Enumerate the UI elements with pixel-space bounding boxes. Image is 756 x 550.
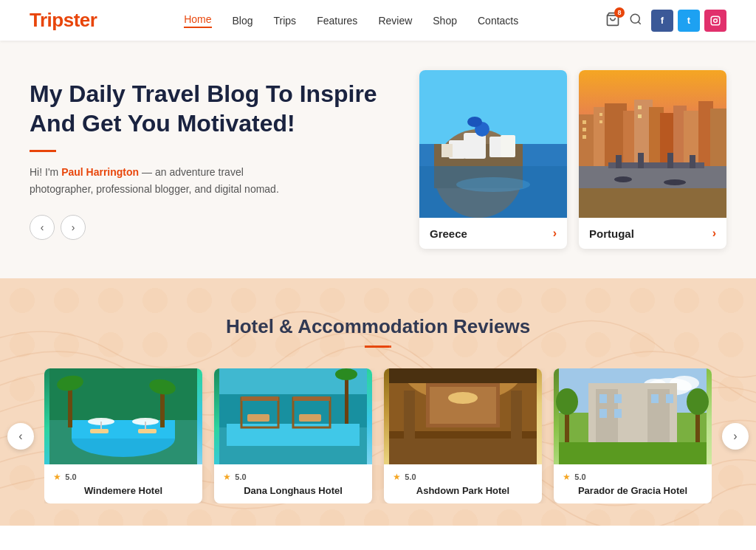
- reviews-next-button[interactable]: ›: [722, 423, 749, 450]
- svg-rect-14: [501, 135, 515, 157]
- svg-rect-42: [667, 153, 673, 168]
- svg-point-99: [556, 388, 578, 415]
- svg-point-17: [456, 177, 530, 192]
- twitter-button[interactable]: t: [678, 10, 700, 32]
- hotel-stars-3: ★ 5.0: [393, 472, 533, 482]
- hotel-image-3: [384, 368, 542, 464]
- svg-rect-96: [651, 394, 659, 403]
- svg-rect-97: [666, 394, 673, 403]
- nav-contacts[interactable]: Contacts: [478, 15, 518, 27]
- portugal-arrow: ›: [712, 227, 716, 240]
- svg-rect-13: [441, 144, 453, 157]
- hero-divider: [30, 150, 56, 152]
- svg-rect-33: [583, 128, 586, 131]
- nav-review[interactable]: Review: [378, 15, 412, 27]
- svg-rect-20: [579, 166, 726, 188]
- social-links: f t: [651, 10, 726, 32]
- hotel-image-1: [44, 368, 202, 464]
- hero-author: Paul Harrington: [61, 166, 139, 178]
- greece-arrow: ›: [553, 227, 557, 240]
- reviews-divider: [365, 346, 391, 348]
- svg-rect-92: [599, 394, 607, 403]
- svg-rect-67: [247, 414, 269, 422]
- hotel-card-4[interactable]: ★ 5.0 Parador de Gracia Hotel: [554, 368, 712, 503]
- nav-shop[interactable]: Shop: [433, 15, 457, 27]
- hotel-stars-2: ★ 5.0: [223, 472, 363, 482]
- hero-navigation: ‹ ›: [30, 215, 390, 240]
- hero-section: My Daily Travel Blog To Inspire And Get …: [0, 41, 756, 278]
- nav-trips[interactable]: Trips: [274, 15, 297, 27]
- cart-badge: 8: [614, 7, 625, 18]
- cart-button[interactable]: 8: [605, 12, 620, 30]
- reviews-title: Hotel & Accommodation Reviews: [0, 315, 756, 338]
- svg-rect-31: [710, 109, 726, 166]
- hotel-info-4: ★ 5.0 Parador de Gracia Hotel: [554, 464, 712, 503]
- svg-rect-79: [511, 391, 522, 442]
- svg-rect-102: [559, 442, 707, 464]
- site-logo[interactable]: Tripster: [30, 9, 97, 32]
- svg-rect-32: [583, 120, 586, 124]
- hotel-name-3: Ashdown Park Hotel: [393, 485, 533, 496]
- svg-rect-41: [638, 153, 644, 168]
- svg-rect-38: [638, 114, 642, 118]
- instagram-button[interactable]: [704, 10, 726, 32]
- hotel-card-2[interactable]: ★ 5.0 Dana Longhaus Hotel: [214, 368, 372, 503]
- greece-image: [419, 70, 567, 218]
- site-header: Tripster Home Blog Trips Features Review…: [0, 0, 756, 41]
- hotel-image-2: [214, 368, 372, 464]
- logo-text-suffix: ster: [63, 9, 97, 31]
- hotel-info-1: ★ 5.0 Windemere Hotel: [44, 464, 202, 503]
- nav-features[interactable]: Features: [317, 15, 357, 27]
- search-button[interactable]: [629, 13, 642, 29]
- hotel-card-3[interactable]: ★ 5.0 Ashdown Park Hotel: [384, 368, 542, 503]
- svg-point-3: [714, 18, 718, 22]
- hotel-name-2: Dana Longhaus Hotel: [223, 485, 363, 496]
- svg-rect-37: [638, 106, 642, 109]
- svg-point-101: [687, 388, 709, 415]
- hero-description: Hi! I'm Paul Harrington — an adventure t…: [30, 164, 281, 197]
- svg-rect-83: [389, 368, 537, 383]
- svg-point-1: [630, 14, 639, 23]
- svg-rect-66: [293, 396, 330, 401]
- hero-prev-button[interactable]: ‹: [30, 215, 55, 240]
- hero-next-button[interactable]: ›: [61, 215, 86, 240]
- hero-title: My Daily Travel Blog To Inspire And Get …: [30, 79, 390, 138]
- destination-card-portugal[interactable]: Portugal ›: [579, 70, 726, 249]
- svg-rect-9: [464, 133, 486, 159]
- nav-blog[interactable]: Blog: [233, 15, 253, 27]
- portugal-card-label: Portugal ›: [579, 218, 726, 249]
- nav-home[interactable]: Home: [184, 13, 211, 28]
- svg-rect-43: [690, 155, 695, 168]
- main-nav: Home Blog Trips Features Review Shop Con…: [184, 13, 518, 28]
- facebook-button[interactable]: f: [651, 10, 673, 32]
- svg-rect-36: [599, 120, 602, 123]
- svg-point-15: [467, 117, 482, 127]
- svg-rect-68: [299, 414, 321, 422]
- svg-point-45: [664, 179, 686, 185]
- svg-rect-49: [72, 420, 175, 439]
- portugal-name: Portugal: [589, 227, 634, 240]
- hotel-card-1[interactable]: ★ 5.0 Windemere Hotel: [44, 368, 202, 503]
- svg-rect-94: [599, 409, 607, 418]
- svg-rect-34: [583, 135, 586, 139]
- hero-desc-prefix: Hi! I'm: [30, 166, 61, 178]
- svg-rect-58: [90, 429, 109, 433]
- svg-rect-40: [616, 155, 622, 168]
- destination-card-greece[interactable]: Greece ›: [419, 70, 567, 249]
- hotel-name-4: Parador de Gracia Hotel: [563, 485, 703, 496]
- svg-rect-78: [404, 391, 415, 442]
- reviews-prev-button[interactable]: ‹: [7, 423, 34, 450]
- svg-point-4: [718, 18, 718, 18]
- header-actions: 8 f t: [605, 10, 726, 32]
- portugal-image: [579, 70, 726, 218]
- hotel-info-2: ★ 5.0 Dana Longhaus Hotel: [214, 464, 372, 503]
- reviews-section: Hotel & Accommodation Reviews ‹: [0, 278, 756, 526]
- svg-rect-35: [599, 113, 602, 116]
- svg-point-71: [335, 368, 357, 380]
- svg-rect-77: [389, 439, 537, 464]
- svg-rect-93: [614, 394, 622, 403]
- svg-rect-2: [711, 16, 720, 25]
- hotel-stars-4: ★ 5.0: [563, 472, 703, 482]
- svg-rect-59: [138, 429, 157, 433]
- logo-text-prefix: Trip: [30, 9, 63, 31]
